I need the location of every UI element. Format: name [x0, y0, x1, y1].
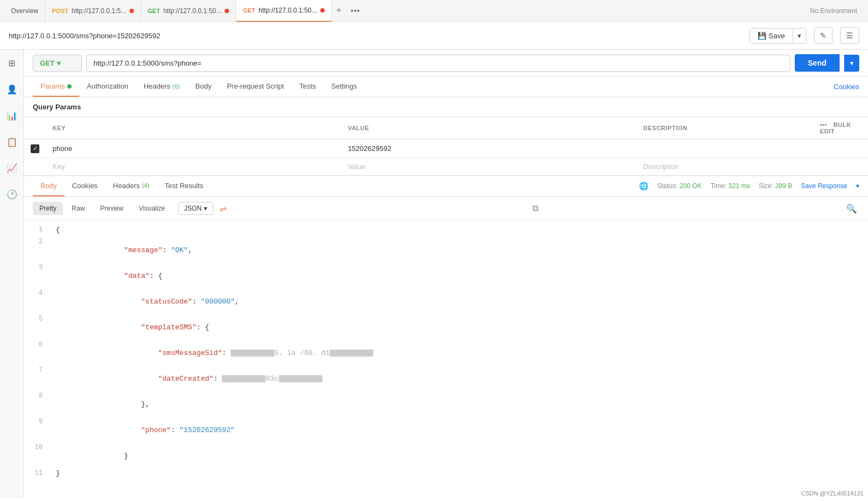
- empty-table-row: Key Value Description: [24, 158, 868, 175]
- save-response-arrow[interactable]: ▾: [856, 182, 859, 190]
- json-line-1: 1 {: [24, 225, 868, 237]
- tab-get2-method: GET: [243, 7, 255, 14]
- json-line-2: 2 "message": "OK",: [24, 237, 868, 263]
- empty-desc-cell[interactable]: Description: [637, 158, 813, 175]
- query-params-header: Query Params: [24, 97, 868, 116]
- format-tab-raw[interactable]: Raw: [65, 202, 91, 215]
- response-tab-testresults[interactable]: Test Results: [157, 176, 211, 196]
- line-content-6: "smsMessageSid": 5. la /60. d1: [51, 341, 868, 365]
- response-tab-cookies[interactable]: Cookies: [64, 176, 105, 196]
- method-value: GET: [40, 59, 55, 67]
- tab-params[interactable]: Params: [33, 77, 79, 97]
- json-line-10: 10 }: [24, 443, 868, 469]
- tab-headers-label: Headers: [144, 82, 171, 90]
- format-tabs-row: Pretty Raw Preview Visualize JSON ▾ ⇌ ⧉ …: [24, 197, 868, 221]
- tab-headers[interactable]: Headers (6): [136, 77, 188, 97]
- row-value-cell[interactable]: 15202629592: [341, 139, 636, 158]
- save-button-group: 💾 Save ▾: [749, 28, 806, 44]
- line-num-7: 7: [24, 366, 51, 374]
- line-num-10: 10: [24, 444, 51, 451]
- empty-extra-cell: [813, 158, 868, 175]
- save-icon: 💾: [758, 32, 766, 40]
- send-button[interactable]: Send: [795, 54, 840, 72]
- bulk-edit-col: ••• Bulk Edit: [813, 117, 868, 139]
- line-content-5: "templateSMS": {: [51, 315, 868, 340]
- tab-get1[interactable]: GET http://127.0.0.1:50...: [141, 0, 236, 22]
- checkbox-checked[interactable]: ✓: [31, 144, 39, 153]
- row-key-cell[interactable]: phone: [46, 139, 341, 158]
- more-icon: •••: [820, 121, 827, 128]
- url-input[interactable]: [86, 55, 790, 72]
- col-check-header: [24, 117, 46, 139]
- tab-tests[interactable]: Tests: [292, 77, 324, 97]
- top-tab-bar: Overview POST http://127.0.0.1:5... GET …: [0, 0, 868, 22]
- tab-post[interactable]: POST http://127.0.0.1:5...: [45, 0, 141, 22]
- json-line-7: 7 "dateCreated": 03c: [24, 366, 868, 392]
- json-line-6: 6 "smsMessageSid": 5. la /60. d1: [24, 340, 868, 366]
- main-content: ⊞ 👤 📊 📋 📈 🕐 GET ▾ Send ▾ Params Authoriz…: [0, 50, 868, 498]
- line-num-5: 5: [24, 315, 51, 323]
- tab-post-url: http://127.0.0.1:5...: [72, 7, 126, 15]
- save-response-button[interactable]: Save Response: [801, 182, 847, 190]
- tab-prerequest[interactable]: Pre-request Script: [219, 77, 292, 97]
- save-dropdown-button[interactable]: ▾: [793, 28, 806, 43]
- response-tab-headers[interactable]: Headers (4): [105, 176, 157, 196]
- response-tab-body-label: Body: [40, 182, 57, 190]
- send-dropdown-button[interactable]: ▾: [844, 55, 859, 72]
- response-tabs-row: Body Cookies Headers (4) Test Results 🌐 …: [24, 176, 868, 197]
- line-num-3: 3: [24, 264, 51, 271]
- empty-key-cell[interactable]: Key: [46, 158, 341, 175]
- empty-value-cell[interactable]: Value: [341, 158, 636, 175]
- line-num-8: 8: [24, 392, 51, 400]
- sidebar-icon-home[interactable]: ⊞: [3, 54, 21, 72]
- tab-authorization[interactable]: Authorization: [79, 77, 136, 97]
- wrap-icon[interactable]: ⇌: [220, 203, 227, 214]
- edit-button[interactable]: ✎: [814, 27, 832, 44]
- tab-body[interactable]: Body: [187, 77, 219, 97]
- col-key-header: KEY: [46, 117, 341, 139]
- tab-post-indicator: [130, 9, 134, 13]
- row-desc-cell[interactable]: [637, 139, 813, 158]
- time-label: Time: 321 ms: [711, 182, 750, 190]
- env-area: No Environment: [804, 7, 864, 15]
- status-prefix: Status:: [657, 182, 679, 190]
- response-tab-testresults-label: Test Results: [165, 182, 203, 190]
- format-tab-preview[interactable]: Preview: [93, 202, 130, 215]
- search-button[interactable]: 🔍: [844, 201, 859, 216]
- sidebar-icon-collection[interactable]: 📋: [3, 133, 21, 150]
- tab-get2[interactable]: GET http://127.0.0.1:50...: [236, 0, 331, 22]
- line-content-7: "dateCreated": 03c: [51, 366, 868, 391]
- sidebar-icon-user[interactable]: 👤: [3, 80, 21, 98]
- line-content-11: }: [51, 469, 868, 477]
- line-num-2: 2: [24, 238, 51, 246]
- tab-get2-url: http://127.0.0.1:50...: [259, 7, 317, 14]
- tab-settings[interactable]: Settings: [324, 77, 365, 97]
- tab-overview[interactable]: Overview: [4, 0, 45, 22]
- tab-body-label: Body: [195, 82, 212, 90]
- format-tab-visualize[interactable]: Visualize: [132, 202, 172, 215]
- headers-badge: (6): [173, 83, 180, 90]
- tab-get1-url: http://127.0.0.1:50...: [163, 7, 222, 15]
- line-num-1: 1: [24, 226, 51, 234]
- method-select[interactable]: GET ▾: [33, 55, 82, 72]
- sidebar-icon-chart[interactable]: 📊: [3, 107, 21, 124]
- format-type-select[interactable]: JSON ▾: [178, 202, 213, 215]
- row-checkbox-cell[interactable]: ✓: [24, 139, 46, 158]
- copy-button[interactable]: ⧉: [530, 201, 541, 215]
- notes-button[interactable]: ☰: [840, 27, 859, 44]
- tab-prerequest-label: Pre-request Script: [227, 82, 284, 90]
- params-table: KEY VALUE DESCRIPTION ••• Bulk Edit ✓: [24, 116, 868, 176]
- sidebar-icon-monitor[interactable]: 📈: [3, 159, 21, 177]
- cookies-link[interactable]: Cookies: [834, 83, 859, 91]
- add-tab-button[interactable]: +: [332, 5, 347, 16]
- tab-post-method: POST: [52, 8, 68, 14]
- value-placeholder: Value: [348, 162, 365, 171]
- more-tabs-button[interactable]: •••: [346, 6, 364, 16]
- tab-settings-label: Settings: [331, 82, 357, 90]
- format-tab-pretty[interactable]: Pretty: [33, 202, 63, 215]
- json-line-3: 3 "data": {: [24, 263, 868, 289]
- format-type-arrow: ▾: [204, 205, 207, 212]
- sidebar-icon-history[interactable]: 🕐: [3, 185, 21, 203]
- response-tab-body[interactable]: Body: [33, 176, 64, 196]
- save-button[interactable]: 💾 Save: [750, 28, 793, 43]
